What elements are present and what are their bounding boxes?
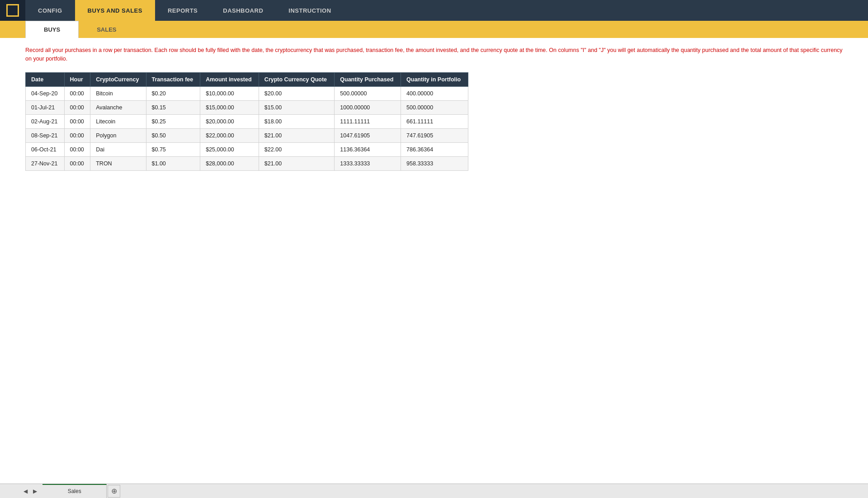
tab-buys[interactable]: BUYS	[25, 21, 79, 38]
nav-instruction[interactable]: INSTRUCTION	[276, 0, 344, 21]
table-row[interactable]: 04-Sep-2000:00Bitcoin$0.20$10,000.00$20.…	[26, 86, 468, 100]
sheet-tabs-container: InstructionGeneralCurrenciesBuysSalesR G…	[42, 484, 107, 498]
nav-reports[interactable]: REPORTS	[155, 0, 210, 21]
col-header-qty-portfolio: Quantity in Portfolio	[401, 72, 468, 86]
nav-dashboard[interactable]: DASHBOARD	[210, 0, 276, 21]
logo-icon	[6, 4, 19, 17]
info-text: Record all your purchases in a row per t…	[25, 46, 843, 63]
bottom-sheet-tabs: ◀ ▶ InstructionGeneralCurrenciesBuysSale…	[0, 484, 868, 498]
nav-arrow-right[interactable]: ▶	[31, 487, 39, 495]
main-content: Record all your purchases in a row per t…	[0, 38, 868, 484]
table-row[interactable]: 27-Nov-2100:00TRON$1.00$28,000.00$21.001…	[26, 156, 468, 170]
sheet-tab-sales[interactable]: Sales	[42, 485, 107, 498]
table-header-row: Date Hour CryptoCurrency Transaction fee…	[26, 72, 468, 86]
table-row[interactable]: 01-Jul-2100:00Avalanche$0.15$15,000.00$1…	[26, 100, 468, 114]
col-header-date: Date	[26, 72, 65, 86]
top-nav: CONFIG BUYS AND SALES REPORTS DASHBOARD …	[0, 0, 868, 21]
tab-sales[interactable]: SALES	[79, 21, 134, 38]
col-header-amount: Amount invested	[200, 72, 259, 86]
col-header-fee: Transaction fee	[146, 72, 200, 86]
col-header-crypto: CryptoCurrency	[90, 72, 146, 86]
sheet-nav-arrows: ◀ ▶	[18, 487, 42, 495]
col-header-qty-purchased: Quantity Purchased	[335, 72, 401, 86]
table-row[interactable]: 02-Aug-2100:00Litecoin$0.25$20,000.00$18…	[26, 114, 468, 128]
nav-buys-and-sales[interactable]: BUYS AND SALES	[75, 0, 155, 21]
table-row[interactable]: 08-Sep-2100:00Polygon$0.50$22,000.00$21.…	[26, 128, 468, 142]
col-header-quote: Crypto Currency Quote	[259, 72, 334, 86]
col-header-hour: Hour	[64, 72, 90, 86]
nav-config[interactable]: CONFIG	[25, 0, 75, 21]
buys-table: Date Hour CryptoCurrency Transaction fee…	[25, 72, 468, 171]
app-logo	[0, 0, 25, 21]
table-row[interactable]: 06-Oct-2100:00Dai$0.75$25,000.00$22.0011…	[26, 142, 468, 156]
sub-tabs: BUYS SALES	[0, 21, 868, 38]
add-sheet-button[interactable]: ⊕	[108, 485, 120, 498]
nav-arrow-left[interactable]: ◀	[22, 487, 29, 495]
